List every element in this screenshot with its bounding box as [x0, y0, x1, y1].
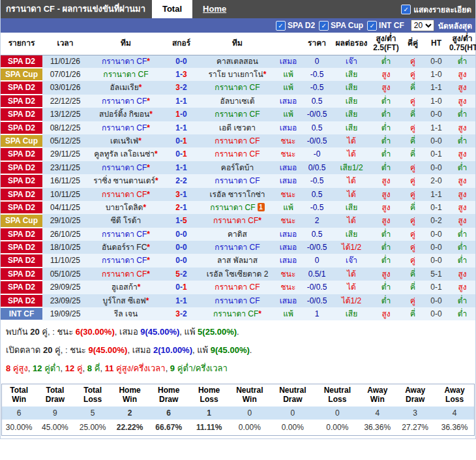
team-name: ซีดี โรด้า: [111, 216, 141, 225]
over-under-ht: ต่ำ: [449, 161, 475, 174]
team-name: กรานาดา CF: [213, 216, 258, 225]
filter-int-cf[interactable]: ✓ INT CF: [367, 21, 404, 31]
filter-spa-d2[interactable]: ✓ SPA D2: [276, 21, 315, 31]
odd-even: คู่: [402, 254, 423, 267]
match-date: 05/10/25: [42, 268, 88, 281]
team-name: คูลทูรัล เลโอเนซ่า: [94, 149, 155, 159]
match-history-panel: กรานาดา CF - ผลการแข่งขันที่ผ่านมา Total…: [0, 0, 476, 439]
checkbox-checked-icon[interactable]: ✓: [276, 21, 286, 31]
handicap-price: -0/0.5: [301, 134, 333, 147]
home-star-icon: *: [155, 176, 158, 185]
score: 5-2: [164, 268, 199, 281]
team-right: กรานาดา CF: [199, 147, 276, 161]
score: 0-0: [164, 241, 199, 254]
handicap-price: 2: [301, 214, 333, 227]
stats-header: Home Draw: [148, 384, 189, 406]
score-left: 0: [175, 230, 180, 239]
handicap-result: ได้: [333, 134, 370, 147]
stats-percent: 22.22%: [112, 420, 149, 436]
match-date: 05/12/25: [42, 134, 88, 147]
halftime-score: 0-0: [423, 228, 449, 241]
score-left: 3: [175, 309, 180, 318]
home-star-icon: *: [155, 149, 158, 159]
over-under-ft: สูง: [370, 307, 402, 320]
handicap-price: 0: [301, 254, 333, 267]
stats-percent: 25.00%: [74, 420, 112, 436]
match-row: SPA D222/12/25กรานาดา CF*1-1อัลบาเซเต้เส…: [1, 95, 475, 108]
tab-total[interactable]: Total: [152, 0, 192, 18]
handicap-result: เจ๊า: [333, 55, 370, 68]
score-left: 3: [175, 83, 180, 92]
team-name: กรานาดา CF: [102, 256, 147, 265]
match-row: INT CF19/09/25รีล เจน3-2กรานาดา CF*แพ้1เ…: [1, 307, 475, 320]
odd-even: คี่: [402, 268, 423, 281]
over-under-ht: ต่ำ: [449, 307, 475, 320]
over-under-ht: ต่ำ: [449, 55, 475, 68]
team-right: กรานาดา CF1: [199, 201, 276, 214]
team-right: กรานาดา CF: [199, 174, 276, 187]
odd-even: คู่: [402, 161, 423, 174]
over-under-ft: ต่ำ: [370, 254, 402, 267]
over-under-ft: ต่ำ: [370, 121, 402, 134]
checkbox-checked-icon[interactable]: ✓: [319, 21, 329, 31]
summary-segment: เปิดตลาด: [6, 345, 43, 355]
match-date: 04/11/25: [42, 201, 88, 214]
team-right: คอร์โดบ้า: [199, 161, 276, 174]
handicap-price: 0.5/1: [301, 268, 333, 281]
score-left: 1: [175, 110, 180, 119]
handicap-result: ได้: [333, 174, 370, 187]
column-header: คี่คู่: [402, 33, 423, 55]
score-right: 0: [183, 256, 187, 265]
match-row: SPA D211/10/25กรานาดา CF*0-0ลาส พัลมาสเส…: [1, 254, 475, 267]
halftime-score: 0-1: [423, 147, 449, 161]
handicap-price: 0.5: [301, 95, 333, 108]
handicap-result: ได้: [333, 268, 370, 281]
home-star-icon: *: [147, 190, 150, 199]
tab-bar: Total Home: [152, 0, 237, 18]
show-details-toggle[interactable]: ✓ แสดงรายละเอียด: [401, 0, 475, 18]
team-left: กรานาดา CF*: [88, 188, 164, 201]
checkbox-checked-icon[interactable]: ✓: [367, 21, 377, 31]
match-row: SPA D211/01/26กรานาดา CF*0-0คาสเตลสอนเสม…: [1, 55, 475, 68]
match-result: ชนะ: [276, 147, 301, 161]
match-count-select[interactable]: 20: [411, 20, 434, 31]
match-date: 16/11/25: [42, 174, 88, 187]
match-result: แพ้: [276, 81, 301, 94]
league-badge: SPA D2: [1, 268, 42, 281]
match-row: SPA D218/10/25อันดอร์รา FC*0-0กรานาดา CF…: [1, 241, 475, 254]
over-under-ft: สูง: [370, 81, 402, 94]
match-row: SPA Cup29/10/25ซีดี โรด้า1-5กรานาดา CF*ช…: [1, 214, 475, 227]
over-under-ht: สูง: [449, 68, 475, 81]
halftime-score: 0-0: [423, 307, 449, 320]
team-name: กรานาดา CF: [215, 243, 260, 252]
filter-int-cf-label: INT CF: [379, 21, 404, 30]
score: 3-2: [164, 307, 199, 320]
stats-percent: 11.11%: [189, 420, 229, 436]
summary-segment: , เสมอ: [115, 327, 141, 337]
stats-header: Neutral Win: [229, 384, 270, 406]
team-name: กรานาดา CF: [215, 136, 260, 146]
match-result: ชนะ: [276, 281, 301, 294]
summary-segment: 2(10.00%): [153, 345, 192, 355]
filter-spa-cup[interactable]: ✓ SPA Cup: [319, 21, 363, 31]
tab-home[interactable]: Home: [192, 0, 237, 18]
over-under-ht: ต่ำ: [449, 228, 475, 241]
score-right: 1: [183, 149, 187, 159]
score-right: 1: [183, 283, 187, 292]
team-right: เรอัล ซาราโกซ่า: [199, 188, 276, 201]
summary-segment: 8: [87, 363, 92, 373]
score: 0-0: [164, 254, 199, 267]
team-name: ราโย บาเยกาโน่: [209, 70, 263, 79]
match-row: SPA D208/12/25กรานาดา CF*1-1เอดี เซวตาเส…: [1, 121, 475, 134]
score-left: 1: [175, 163, 180, 172]
checkbox-checked-icon[interactable]: ✓: [401, 5, 411, 14]
stats-percent: 45.00%: [36, 420, 74, 436]
handicap-result: ได้: [333, 281, 370, 294]
team-name: อันดอร์รา FC: [102, 243, 147, 252]
team-right: กรานาดา CF*: [199, 214, 276, 227]
score-left: 1: [175, 216, 180, 225]
show-details-label: แสดงรายละเอียด: [413, 3, 471, 16]
team-right: กรานาดา CF: [199, 81, 276, 94]
home-star-icon: *: [139, 83, 142, 92]
odd-even: คู่: [402, 174, 423, 187]
